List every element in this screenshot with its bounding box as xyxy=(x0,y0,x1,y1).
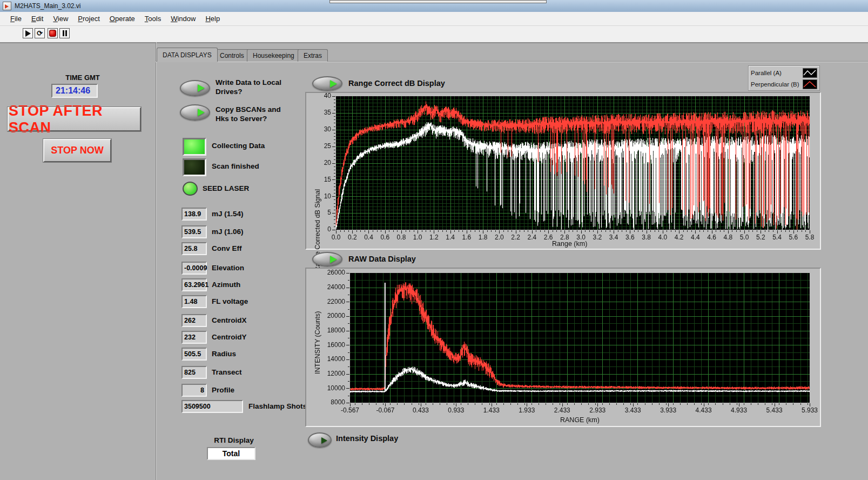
seed-laser-label: SEED LASER xyxy=(203,184,249,194)
indicator-label: Elevation xyxy=(212,264,244,272)
indicator-value-centroidy: 232 xyxy=(181,331,207,344)
indicator-value-radius: 505.5 xyxy=(181,348,207,361)
indicator-label: CentroidY xyxy=(212,333,247,341)
seed-laser-led xyxy=(183,182,198,196)
toggle-arrow-icon xyxy=(330,80,337,88)
abort-icon xyxy=(49,30,56,37)
time-gmt-value: 21:14:46 xyxy=(56,86,90,96)
tab-data-displays[interactable]: DATA DISPLAYS xyxy=(157,48,218,62)
menu-help[interactable]: Help xyxy=(200,13,225,24)
indicator-value-centroidx: 262 xyxy=(181,314,207,327)
raw-data-graph: INTENSITY (Counts) RANGE (km) xyxy=(305,268,821,427)
stop-now-button[interactable]: STOP NOW xyxy=(43,139,111,162)
indicator-label: Flashlamp Shots xyxy=(248,402,307,410)
collecting-data-label: Collecting Data xyxy=(212,142,265,151)
range-db-xlabel: Range (km) xyxy=(552,240,587,248)
stop-after-scan-button[interactable]: STOP AFTER SCAN xyxy=(8,107,141,131)
range-db-plot xyxy=(306,93,820,249)
menu-tools[interactable]: Tools xyxy=(140,13,166,24)
toggle-arrow-icon xyxy=(321,437,327,444)
rti-display-value: Total xyxy=(223,449,240,458)
intensity-display-toggle[interactable] xyxy=(308,432,332,448)
pause-icon xyxy=(63,30,67,36)
panel-divider xyxy=(156,42,156,480)
stop-after-scan-label: STOP AFTER SCAN xyxy=(9,103,140,136)
stop-now-label: STOP NOW xyxy=(51,145,103,156)
indicator-column: 138.9 mJ (1.54) 539.5 mJ (1.06) 25.8 Con… xyxy=(181,208,322,418)
collecting-data-led xyxy=(183,138,206,156)
run-continuous-icon: ⟳ xyxy=(37,30,43,37)
indicator-value-azimuth: 63.2961 xyxy=(181,278,207,291)
toggle-arrow-icon xyxy=(330,256,337,263)
abort-button[interactable] xyxy=(48,28,58,38)
legend-row-perpendicular: Perpendicular (B) xyxy=(751,78,817,90)
rti-display-label: RTI Display xyxy=(212,436,255,444)
indicator-label: Profile xyxy=(212,386,234,394)
legend-perpendicular-swatch xyxy=(803,79,817,89)
toolbar: ⟳ xyxy=(0,26,868,43)
menu-file[interactable]: File xyxy=(5,13,26,24)
indicator-value-flashlamp-shots: 3509500 xyxy=(181,400,243,413)
indicator-value-mj-1-54-: 138.9 xyxy=(181,208,207,221)
indicator-label: FL voltage xyxy=(212,297,248,305)
indicator-value-conv-eff: 25.8 xyxy=(181,242,207,255)
app-icon xyxy=(3,2,11,10)
graph-legend[interactable]: Parallel (A) Perpendicular (B) xyxy=(748,65,820,91)
write-data-toggle[interactable] xyxy=(180,80,210,96)
indicator-label: mJ (1.54) xyxy=(212,210,244,218)
tab-extras[interactable]: Extras xyxy=(298,49,328,62)
indicator-value-mj-1-06-: 539.5 xyxy=(181,225,207,238)
copy-bscans-label: Copy BSCANs and Hks to Server? xyxy=(216,105,291,124)
raw-data-display-toggle[interactable] xyxy=(312,252,342,266)
range-db-display-toggle[interactable] xyxy=(312,76,342,91)
time-gmt-display: 21:14:46 xyxy=(51,84,98,98)
indicator-label: Azimuth xyxy=(212,281,240,289)
legend-parallel-label: Parallel (A) xyxy=(751,70,782,76)
toggle-arrow-icon xyxy=(198,84,205,92)
indicator-value-transect: 825 xyxy=(181,366,207,379)
indicator-label: CentroidX xyxy=(212,316,247,324)
range-db-display-label: Range Correct dB Display xyxy=(348,79,445,88)
legend-row-parallel: Parallel (A) xyxy=(751,67,817,78)
legend-parallel-swatch xyxy=(803,68,817,78)
menu-project[interactable]: Project xyxy=(73,13,104,24)
menu-view[interactable]: View xyxy=(48,13,73,24)
legend-perpendicular-label: Perpendicular (B) xyxy=(751,81,799,88)
scan-finished-label: Scan finished xyxy=(212,162,259,171)
indicator-value-elevation: -0.0009 xyxy=(181,262,207,275)
intensity-display-label: Intensity Display xyxy=(336,434,398,443)
run-icon xyxy=(25,30,31,37)
menu-edit[interactable]: Edit xyxy=(26,13,48,24)
indicator-value-profile: 8 xyxy=(181,384,207,397)
menu-window[interactable]: Window xyxy=(166,13,200,24)
copy-bscans-toggle[interactable] xyxy=(180,104,210,121)
menu-operate[interactable]: Operate xyxy=(105,13,140,24)
write-data-label: Write Data to Local Drives? xyxy=(216,78,286,97)
indicator-value-fl-voltage: 1.48 xyxy=(181,295,207,308)
window-title: M2HATS_Main_3.02.vi xyxy=(15,2,81,10)
scan-finished-led xyxy=(183,158,206,176)
rti-display-dropdown[interactable]: Total xyxy=(207,447,255,460)
run-button[interactable] xyxy=(23,28,33,38)
run-continuous-button[interactable]: ⟳ xyxy=(35,28,45,38)
tab-housekeeping[interactable]: Housekeeping xyxy=(247,49,300,62)
raw-data-xlabel: RANGE (km) xyxy=(560,416,600,424)
raw-data-plot xyxy=(306,269,820,426)
tab-controls[interactable]: Controls xyxy=(214,49,250,62)
indicator-label: Conv Eff xyxy=(212,244,242,252)
range-db-graph: Range Corrected dB Signal Range (km) xyxy=(305,92,821,250)
indicator-label: Radius xyxy=(212,350,236,358)
raw-data-ylabel: INTENSITY (Counts) xyxy=(314,311,321,374)
menu-bar: File Edit View Project Operate Tools Win… xyxy=(0,12,868,26)
toggle-arrow-icon xyxy=(198,109,205,116)
raw-data-display-label: RAW Data Display xyxy=(348,255,416,263)
indicator-label: mJ (1.06) xyxy=(212,228,244,236)
overlapping-window-edge xyxy=(329,0,547,3)
time-gmt-label: TIME GMT xyxy=(53,74,112,82)
pause-button[interactable] xyxy=(59,28,70,38)
indicator-label: Transect xyxy=(212,368,242,376)
